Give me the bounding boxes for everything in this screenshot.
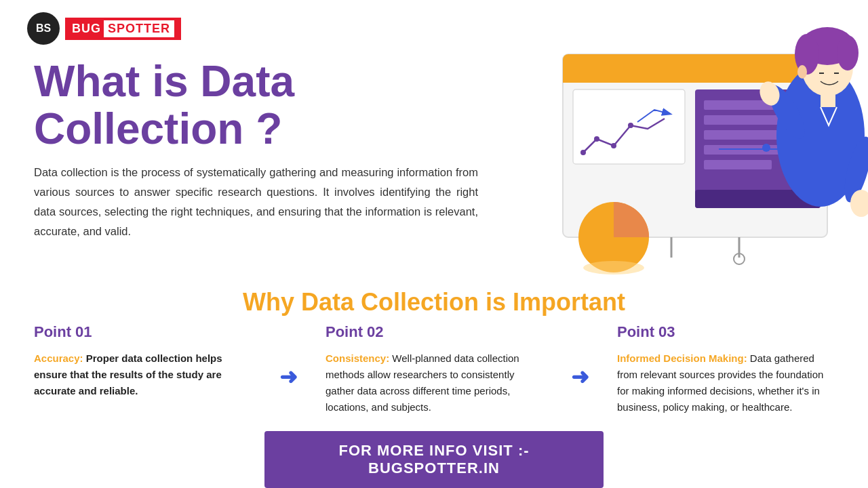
point-01-text: Accuracy: Proper data collection helps e… (34, 350, 251, 399)
logo-spotter-box: SPOTTER (104, 20, 174, 37)
point-02-text: Consistency: Well-planned data collectio… (326, 350, 542, 415)
point-02-col: Point 02 Consistency: Well-planned data … (319, 323, 549, 415)
point-02-highlight: Consistency: (326, 352, 389, 364)
logo-spotter-text: SPOTTER (108, 22, 170, 35)
hero-illustration (522, 14, 868, 291)
cta-banner[interactable]: FOR MORE INFO VISIT :- BUGSPOTTER.IN (264, 431, 604, 488)
svg-rect-13 (704, 160, 772, 169)
svg-rect-2 (563, 72, 827, 83)
bottom-section: Why Data Collection is Important Point 0… (0, 281, 868, 488)
point-03-label: Point 03 (617, 323, 834, 341)
point-01-col: Point 01 Accuracy: Proper data collectio… (27, 323, 258, 399)
why-title: Why Data Collection is Important (0, 288, 868, 317)
svg-point-30 (797, 65, 807, 79)
point-03-text: Informed Decision Making: Data gathered … (617, 350, 834, 415)
svg-point-7 (628, 123, 633, 128)
logo-icon: BS (27, 12, 60, 45)
cta-text: FOR MORE INFO VISIT :- BUGSPOTTER.IN (338, 442, 529, 476)
svg-point-21 (762, 144, 770, 152)
arrow-1: ➜ (279, 323, 298, 390)
svg-point-5 (594, 136, 599, 142)
main-title-block: What is Data Collection ? (34, 58, 468, 153)
point-01-highlight: Accuracy: (34, 352, 83, 364)
svg-point-4 (580, 150, 586, 155)
arrow-right-icon-1: ➜ (279, 364, 298, 390)
main-description: Data collection is the process of system… (34, 163, 478, 241)
svg-point-27 (837, 35, 859, 70)
page-title: What is Data Collection ? (34, 58, 468, 153)
logo-bug-text: BUG (72, 22, 101, 36)
arrow-right-icon-2: ➜ (571, 364, 589, 390)
point-03-col: Point 03 Informed Decision Making: Data … (610, 323, 841, 415)
point-02-label: Point 02 (326, 323, 542, 341)
svg-point-6 (611, 143, 616, 148)
logo-brand: BUG SPOTTER (65, 18, 181, 40)
svg-rect-31 (821, 94, 835, 107)
logo-area: BS BUG SPOTTER (27, 12, 181, 45)
arrow-2: ➜ (571, 323, 589, 390)
point-03-highlight: Informed Decision Making: (617, 352, 747, 364)
point-01-label: Point 01 (34, 323, 251, 341)
svg-point-16 (583, 261, 644, 274)
points-row: Point 01 Accuracy: Proper data collectio… (0, 323, 868, 415)
